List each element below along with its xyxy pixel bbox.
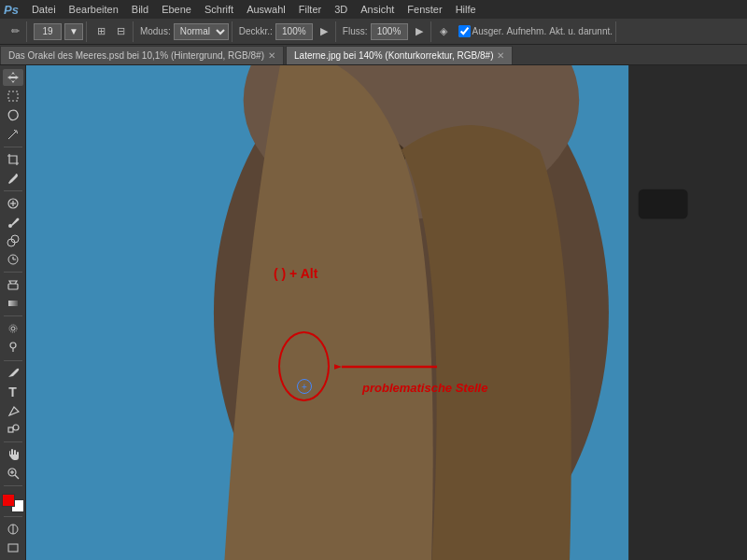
tab-laterne-close[interactable]: ✕ bbox=[497, 50, 504, 61]
tab-orakel-label: Das Orakel des Meeres.psd bei 10,1% (Hin… bbox=[8, 50, 264, 61]
flow-input[interactable] bbox=[371, 23, 408, 40]
tool-pen[interactable] bbox=[3, 364, 23, 381]
flow-label: Fluss: bbox=[343, 26, 368, 36]
extra-options-group: Ausger. Aufnehm. Akt. u. darunnt. bbox=[456, 21, 617, 42]
brush-tool-icon[interactable]: ✏ bbox=[7, 23, 23, 40]
tool-heal[interactable] bbox=[3, 195, 23, 212]
tool-lasso[interactable] bbox=[3, 106, 23, 123]
annotation-arrow bbox=[334, 357, 446, 376]
tool-blur[interactable] bbox=[3, 320, 23, 337]
menu-datei[interactable]: Datei bbox=[26, 3, 62, 16]
svg-rect-19 bbox=[8, 427, 13, 432]
brush-angle-icon[interactable]: ⊟ bbox=[113, 23, 130, 40]
brush-size-group: ▼ bbox=[31, 21, 87, 42]
aufnehm-label: Aufnehm. bbox=[506, 26, 546, 36]
svg-point-16 bbox=[11, 327, 15, 330]
opacity-label: Deckkr.: bbox=[239, 26, 273, 36]
tab-orakel-close[interactable]: ✕ bbox=[268, 50, 275, 61]
mode-group: Modus: Normal bbox=[137, 21, 233, 42]
svg-line-5 bbox=[17, 133, 18, 133]
menu-bild[interactable]: Bild bbox=[126, 3, 154, 16]
menu-bar: Ps Datei Bearbeiten Bild Ebene Schrift A… bbox=[0, 0, 747, 19]
opacity-input[interactable] bbox=[275, 23, 313, 40]
brush-type-icon[interactable]: ⊞ bbox=[93, 23, 110, 40]
tool-shape[interactable] bbox=[3, 421, 23, 438]
tool-history[interactable] bbox=[3, 251, 23, 268]
opacity-group: Deckkr.: ▶ bbox=[236, 21, 336, 42]
svg-point-15 bbox=[9, 325, 17, 332]
flow-group: Fluss: ▶ bbox=[340, 21, 431, 42]
svg-rect-14 bbox=[8, 301, 18, 306]
airbrush-icon[interactable]: ◈ bbox=[435, 23, 452, 40]
tool-clone[interactable] bbox=[3, 232, 23, 249]
menu-ansicht[interactable]: Ansicht bbox=[355, 3, 400, 16]
left-toolbar: T bbox=[0, 65, 26, 560]
tool-separator-6 bbox=[4, 441, 22, 442]
menu-hilfe[interactable]: Hilfe bbox=[450, 3, 482, 16]
tool-separator-3 bbox=[4, 272, 22, 273]
mode-select[interactable]: Normal bbox=[174, 23, 229, 40]
tool-eyedropper[interactable] bbox=[3, 170, 23, 187]
tool-icon-group: ✏ bbox=[4, 21, 27, 42]
svg-rect-26 bbox=[8, 544, 18, 552]
tool-move[interactable] bbox=[3, 69, 23, 86]
tool-eraser[interactable] bbox=[3, 276, 23, 293]
menu-3d[interactable]: 3D bbox=[329, 3, 353, 16]
tool-magic-wand[interactable] bbox=[3, 125, 23, 142]
svg-rect-27 bbox=[628, 65, 747, 560]
ausger-checkbox[interactable] bbox=[458, 25, 471, 37]
app-logo: Ps bbox=[4, 3, 19, 17]
menu-schrift[interactable]: Schrift bbox=[199, 3, 239, 16]
brush-picker-btn[interactable]: ▼ bbox=[64, 23, 83, 40]
shortcut-annotation: ( ) + Alt bbox=[274, 266, 317, 281]
menu-ebene[interactable]: Ebene bbox=[156, 3, 197, 16]
color-swatches[interactable] bbox=[2, 494, 24, 512]
brush-size-input[interactable] bbox=[34, 23, 62, 40]
svg-rect-0 bbox=[8, 91, 18, 101]
akt-label: Akt. u. darunnt. bbox=[549, 26, 613, 36]
tool-screen-mode[interactable] bbox=[3, 539, 23, 556]
main-layout: T bbox=[0, 65, 747, 560]
tool-separator-5 bbox=[4, 360, 22, 361]
tool-zoom[interactable] bbox=[3, 465, 23, 482]
tool-quick-mask[interactable] bbox=[3, 521, 23, 538]
image-canvas bbox=[26, 65, 747, 560]
options-toolbar: ✏ ▼ ⊞ ⊟ Modus: Normal Deckkr.: ▶ Fluss: … bbox=[0, 19, 747, 45]
canvas-area[interactable]: ( ) + Alt + problematische Stelle bbox=[26, 65, 747, 560]
tool-marquee[interactable] bbox=[3, 88, 23, 105]
brush-options-group: ⊞ ⊟ bbox=[91, 21, 134, 42]
tool-hand[interactable] bbox=[3, 446, 23, 463]
tool-path-select[interactable] bbox=[3, 402, 23, 419]
tool-crop[interactable] bbox=[3, 150, 23, 167]
tool-dodge[interactable] bbox=[3, 339, 23, 356]
tool-text[interactable]: T bbox=[3, 383, 23, 399]
tool-brush[interactable] bbox=[3, 214, 23, 231]
svg-point-17 bbox=[10, 343, 16, 348]
tab-laterne[interactable]: Laterne.jpg bei 140% (Konturkorrektur, R… bbox=[286, 46, 513, 64]
tab-laterne-label: Laterne.jpg bei 140% (Konturkorrektur, R… bbox=[294, 50, 493, 61]
tool-separator-7 bbox=[4, 485, 22, 486]
crosshair-cursor: + bbox=[297, 379, 312, 394]
foreground-color-swatch[interactable] bbox=[2, 494, 15, 507]
opacity-arrow[interactable]: ▶ bbox=[316, 23, 332, 40]
svg-line-4 bbox=[14, 130, 15, 131]
flow-arrow[interactable]: ▶ bbox=[411, 23, 428, 40]
menu-auswahl[interactable]: Auswahl bbox=[241, 3, 291, 16]
menu-fenster[interactable]: Fenster bbox=[402, 3, 447, 16]
tool-separator-4 bbox=[4, 315, 22, 316]
menu-bearbeiten[interactable]: Bearbeiten bbox=[63, 3, 124, 16]
document-tabs: Das Orakel des Meeres.psd bei 10,1% (Hin… bbox=[0, 45, 747, 65]
tab-orakel[interactable]: Das Orakel des Meeres.psd bei 10,1% (Hin… bbox=[0, 46, 284, 64]
svg-point-20 bbox=[13, 425, 19, 430]
svg-line-22 bbox=[15, 475, 19, 479]
menu-filter[interactable]: Filter bbox=[293, 3, 327, 16]
svg-line-1 bbox=[8, 132, 16, 139]
problem-label: problematische Stelle bbox=[362, 381, 487, 395]
tool-gradient[interactable] bbox=[3, 295, 23, 312]
tool-separator-8 bbox=[4, 516, 22, 517]
tool-separator-2 bbox=[4, 190, 22, 191]
svg-rect-13 bbox=[8, 284, 18, 289]
ausger-checkbox-label[interactable]: Ausger. bbox=[458, 25, 504, 37]
svg-rect-37 bbox=[639, 189, 688, 219]
mode-label: Modus: bbox=[140, 26, 171, 36]
